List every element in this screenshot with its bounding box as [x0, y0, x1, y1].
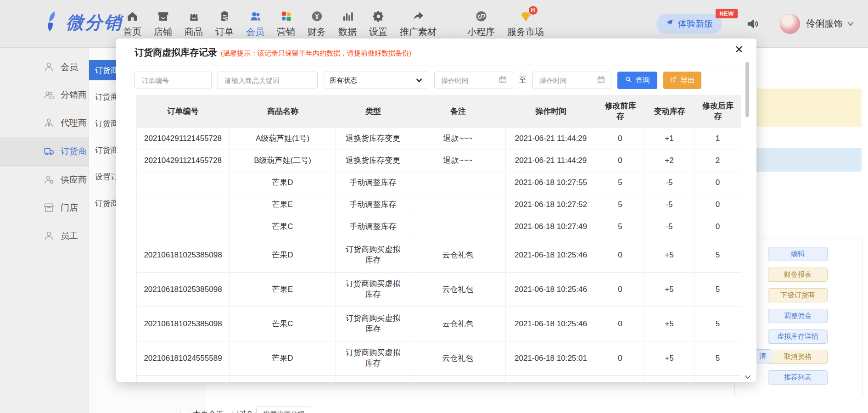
action-button-2[interactable]: 下级订货商: [768, 288, 828, 302]
cell-before: 0: [596, 376, 644, 382]
nav-item-orders[interactable]: 订单: [215, 10, 234, 38]
sidebar-item-label: 供应商: [61, 174, 87, 186]
column-header: 变动库存: [644, 106, 694, 117]
cell-before: 0: [596, 150, 644, 172]
experience-new-version-button[interactable]: 体验新版 NEW: [656, 14, 722, 34]
app-root: 微分销 首页店铺商品订单会员营销财务数据设置推广素材小程序H服务市场 体验新版 …: [0, 0, 868, 413]
nav-item-members[interactable]: 会员: [246, 10, 264, 38]
column-header: 修改前库存: [596, 101, 644, 122]
nav-item-settings[interactable]: 设置: [369, 10, 387, 38]
cell-product: 芒果D: [230, 341, 336, 375]
person-tie-icon: [43, 117, 55, 128]
nav-item-market[interactable]: H服务市场: [507, 10, 544, 38]
cell-after: 5: [694, 307, 741, 341]
status-select[interactable]: 所有状态: [324, 72, 428, 89]
batch-group-button[interactable]: 批量设置分组: [256, 407, 311, 413]
column-header: 订单编号: [136, 106, 230, 117]
nav-item-finance[interactable]: 财务: [308, 10, 326, 38]
cell-order: 202106181024555589: [136, 376, 230, 382]
cell-note: 云仓礼包: [410, 341, 506, 375]
modal-scrollbar-thumb[interactable]: [745, 62, 749, 117]
cell-order: [136, 194, 230, 216]
sidebar-item-agent[interactable]: 代理商: [0, 109, 89, 137]
action-button-6[interactable]: 推荐列表: [768, 370, 828, 385]
export-button-label: 导出: [680, 76, 695, 85]
cell-type: 手动调整库存: [336, 216, 410, 238]
calendar-icon[interactable]: [597, 75, 605, 86]
nav-item-promo[interactable]: 推广素材: [400, 10, 437, 38]
scroll-down-arrow-icon[interactable]: [745, 375, 751, 379]
cell-after: 5: [694, 273, 741, 307]
table-row: 202104291121455728A级葫芦娃(1号)退换货库存变更退款~~~2…: [136, 128, 741, 150]
action-button-5[interactable]: 取消资格: [768, 350, 828, 364]
nav-item-data[interactable]: 数据: [338, 10, 357, 38]
nav-item-label: 订单: [215, 26, 234, 38]
cell-time: 2021-06-18 10:25:46: [506, 307, 596, 341]
chevron-down-icon[interactable]: [847, 21, 854, 27]
cell-product: 芒果C: [230, 307, 336, 341]
people-icon: [43, 89, 55, 100]
nav-item-label: 数据: [338, 26, 357, 38]
sidebar-item-member[interactable]: 会员: [0, 53, 89, 81]
cell-type: 订货商购买虚拟库存: [336, 376, 410, 382]
cell-change: +5: [644, 376, 694, 382]
cell-note: 云仓礼包: [410, 376, 506, 382]
storefront-icon: [43, 202, 55, 213]
date-end-input[interactable]: [538, 76, 591, 85]
cell-product: 芒果E: [230, 376, 336, 382]
account-name[interactable]: 伶俐服饰: [806, 17, 843, 30]
cell-type: 退换货库存变更: [336, 150, 410, 172]
cell-note: 云仓礼包: [410, 273, 506, 307]
cell-time: 2021-06-18 10:25:46: [506, 273, 596, 307]
cell-order: 202106181025385098: [136, 273, 230, 307]
action-button-1[interactable]: 财务报表: [768, 268, 828, 282]
nav-item-label: 设置: [369, 26, 387, 38]
search-icon: [625, 76, 632, 85]
export-button[interactable]: 导出: [663, 72, 701, 89]
sidebar-item-supplier[interactable]: 供应商: [0, 166, 89, 194]
nav-item-miniprogram[interactable]: 小程序: [467, 10, 495, 38]
action-button-0[interactable]: 编辑: [768, 247, 828, 261]
select-all-checkbox[interactable]: [180, 410, 188, 413]
cell-change: +2: [644, 150, 694, 172]
keyword-input-wrap: [218, 72, 318, 89]
sidebar-item-store[interactable]: 门店: [0, 194, 89, 222]
keyword-input[interactable]: [224, 76, 312, 85]
cell-note: [410, 216, 506, 238]
calendar-icon[interactable]: [498, 75, 507, 86]
finance-icon: [311, 10, 323, 23]
cell-change: +5: [644, 341, 694, 375]
primary-sidebar: 会员分销商代理商订货商供应商门店员工: [0, 48, 89, 413]
cell-type: 手动调整库存: [336, 194, 410, 216]
account-avatar[interactable]: [780, 14, 800, 34]
search-button[interactable]: 查询: [617, 72, 657, 89]
nav-item-shop[interactable]: 店铺: [154, 10, 172, 38]
cell-time: 2021-06-18 10:25:01: [506, 376, 596, 382]
cell-note: [410, 172, 506, 194]
cell-change: +5: [644, 238, 694, 272]
action-button-4[interactable]: 虚拟库存详情: [768, 329, 828, 344]
column-header: 修改后库存: [694, 101, 741, 122]
sidebar-item-orderer[interactable]: 订货商: [0, 137, 89, 166]
nav-item-label: 首页: [123, 26, 141, 38]
nav-item-goods[interactable]: 商品: [185, 10, 203, 38]
close-icon[interactable]: ✕: [733, 42, 745, 57]
sidebar-item-label: 门店: [61, 202, 78, 214]
cell-before: 0: [596, 128, 644, 150]
sidebar-item-staff[interactable]: 员工: [0, 222, 89, 250]
modal-title: 订货商虚拟库存记录: [134, 46, 217, 59]
date-start-input[interactable]: [440, 76, 493, 85]
nav-item-marketing[interactable]: 营销: [277, 10, 295, 38]
cell-after: 1: [694, 128, 741, 150]
cell-change: -5: [644, 172, 694, 194]
order-no-input[interactable]: [140, 76, 206, 85]
virtual-stock-record-modal: ✕ 订货商虚拟库存记录 (温馨提示：该记录只保留半年内的数据，请提前做好数据备份…: [116, 39, 756, 382]
action-button-3[interactable]: 调整佣金: [768, 309, 828, 323]
cell-change: -5: [644, 216, 694, 238]
cell-type: 手动调整库存: [336, 172, 410, 194]
announcement-speaker-icon[interactable]: [746, 17, 760, 31]
select-all-label: 本页全选，已选0: [193, 409, 252, 413]
sidebar-item-distributor[interactable]: 分销商: [0, 81, 89, 109]
nav-item-home[interactable]: 首页: [123, 10, 141, 38]
table-row: 202106181024555589芒果D订货商购买虚拟库存云仓礼包2021-0…: [136, 341, 741, 376]
